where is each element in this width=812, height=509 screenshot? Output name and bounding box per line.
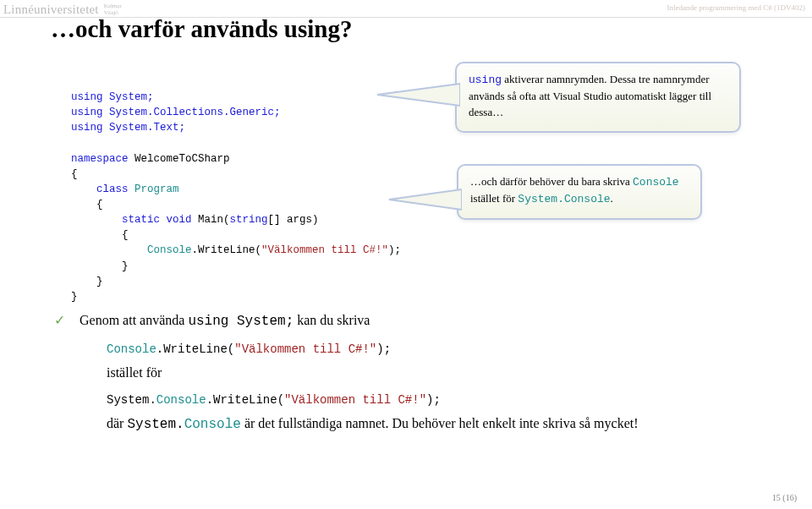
bullet-lead: Genom att använda using System; kan du s… — [80, 313, 370, 327]
code-l2: using System.Collections.Generic; — [71, 107, 281, 118]
callout-tail-icon — [387, 184, 462, 218]
code-l3: using System.Text; — [71, 122, 185, 134]
bullet-code-2: System.Console.WriteLine("Välkommen till… — [107, 391, 765, 409]
page-number: 15 (16) — [772, 493, 797, 502]
logo-subtext: Kalmar Växjö — [104, 3, 122, 16]
course-label: Inledande programmering med C# (1DV402) — [667, 3, 805, 12]
bullet-mid: istället för — [107, 362, 765, 384]
bullet-body: Genom att använda using System; kan du s… — [80, 309, 765, 436]
svg-marker-0 — [377, 84, 460, 106]
code-l14: } — [71, 291, 78, 303]
code-l12: } — [71, 260, 129, 272]
callout-using-activates: using aktiverar namnrymden. Dessa tre na… — [455, 62, 741, 133]
bullet-tail: där System.Console är det fullständiga n… — [107, 413, 765, 436]
code-l1: using System; — [71, 91, 154, 103]
bullet-code-1: Console.WriteLine("Välkommen till C#!"); — [107, 340, 765, 358]
checkmark-icon: ✓ — [54, 309, 80, 436]
code-l5: namespace WelcomeToCSharp — [71, 153, 230, 165]
svg-marker-1 — [389, 189, 462, 210]
code-l11: Console.WriteLine("Välkommen till C#!"); — [71, 244, 401, 256]
callout-console-shortcut: …och därför behöver du bara skriva Conso… — [457, 164, 702, 220]
bullet-row: ✓ Genom att använda using System; kan du… — [54, 309, 765, 436]
bullet-section: ✓ Genom att använda using System; kan du… — [54, 309, 765, 436]
code-l7: class Program — [71, 183, 179, 195]
callout-tail-icon — [376, 75, 460, 114]
code-l8: { — [71, 199, 103, 211]
code-l6: { — [71, 168, 78, 180]
code-l9: static void Main(string[] args) — [71, 214, 319, 226]
callout-2-text: …och därför behöver du bara skriva Conso… — [470, 174, 689, 208]
callout-1-text: using aktiverar namnrymden. Dessa tre na… — [469, 72, 727, 121]
page-title: …och varför används using? — [51, 15, 352, 43]
code-l13: } — [71, 276, 103, 287]
code-l10: { — [71, 229, 129, 241]
